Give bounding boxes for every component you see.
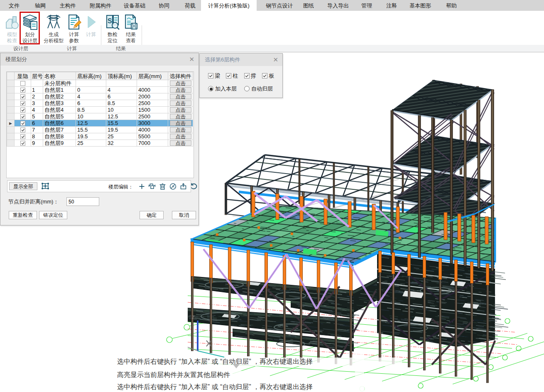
- svg-text:S: S: [108, 17, 112, 24]
- svg-text:Z: Z: [192, 315, 195, 320]
